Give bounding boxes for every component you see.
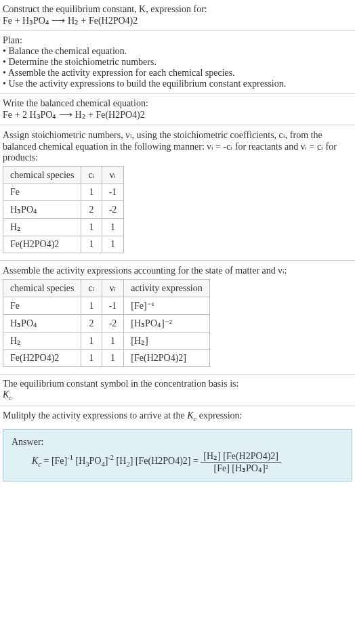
cell-species: Fe(H2PO4)2 [3,350,81,367]
cell-vi: -1 [102,184,124,201]
plan-item: • Use the activity expressions to build … [3,79,352,89]
fraction-numerator: [H₂] [Fe(H2PO4)2] [201,450,281,463]
plan-section: Plan: • Balance the chemical equation. •… [0,31,355,94]
cell-activity: [H₃PO₄]⁻² [124,315,209,332]
cell-ci: 1 [81,332,102,350]
symbol-value: Kc [3,389,352,402]
cell-ci: 1 [81,219,102,236]
cell-vi: -1 [102,297,124,315]
cell-species: H₃PO₄ [3,315,81,332]
table-row: H₃PO₄ 2 -2 [3,201,124,219]
stoich-heading: Assign stoichiometric numbers, νᵢ, using… [3,129,352,163]
table-row: Fe 1 -1 [3,184,124,201]
cell-activity: [Fe(H2PO4)2] [124,350,209,367]
cell-vi: -2 [102,315,124,332]
answer-box: Answer: Kc = [Fe]-1 [H3PO4]-2 [H2] [Fe(H… [3,429,352,481]
multiply-section: Mulitply the activity expressions to arr… [0,406,355,427]
activity-table: chemical species cᵢ νᵢ activity expressi… [3,279,210,367]
activity-section: Assemble the activity expressions accoun… [0,261,355,374]
plan-item: • Assemble the activity expression for e… [3,68,352,79]
kc-symbol: Kc [32,456,41,466]
cell-vi: 1 [102,332,124,350]
symbol-heading: The equilibrium constant symbol in the c… [3,379,352,389]
cell-activity: [Fe]⁻¹ [124,297,209,315]
intro-equation: Fe + H₃PO₄ ⟶ H₂ + Fe(H2PO4)2 [3,15,352,26]
col-ci: cᵢ [81,280,102,297]
cell-species: Fe(H2PO4)2 [3,236,81,253]
cell-ci: 1 [81,350,102,367]
cell-species: Fe [3,297,81,315]
cell-ci: 2 [81,201,102,219]
col-species: chemical species [3,280,81,297]
stoich-table: chemical species cᵢ νᵢ Fe 1 -1 H₃PO₄ 2 -… [3,166,124,253]
cell-species: H₂ [3,219,81,236]
table-row: H₂ 1 1 [3,219,124,236]
col-species: chemical species [3,167,81,184]
table-row: Fe 1 -1 [Fe]⁻¹ [3,297,210,315]
cell-ci: 1 [81,297,102,315]
col-ci: cᵢ [81,167,102,184]
balanced-equation: Fe + 2 H₃PO₄ ⟶ H₂ + Fe(H2PO4)2 [3,109,352,121]
answer-fraction: [H₂] [Fe(H2PO4)2] [Fe] [H₃PO₄]² [201,450,281,474]
cell-ci: 2 [81,315,102,332]
intro-line: Construct the equilibrium constant, K, e… [3,4,352,15]
cell-species: H₃PO₄ [3,201,81,219]
plan-heading: Plan: [3,35,352,46]
cell-ci: 1 [81,236,102,253]
answer-expression: Kc = [Fe]-1 [H3PO4]-2 [H2] [Fe(H2PO4)2] … [12,448,343,474]
equals-sign: = [Fe]-1 [H3PO4]-2 [H2] [Fe(H2PO4)2] = [44,456,201,466]
plan-item-text: Use the activity expressions to build th… [8,79,286,89]
table-row: H₂ 1 1 [H₂] [3,332,210,350]
activity-heading: Assemble the activity expressions accoun… [3,265,352,276]
col-vi: νᵢ [102,167,124,184]
balanced-heading: Write the balanced chemical equation: [3,98,352,109]
plan-item: • Balance the chemical equation. [3,46,352,57]
table-header-row: chemical species cᵢ νᵢ [3,167,124,184]
cell-vi: 1 [102,350,124,367]
intro-text: Construct the equilibrium constant, K, e… [3,4,207,14]
plan-item-text: Balance the chemical equation. [8,46,127,56]
answer-label: Answer: [12,437,343,448]
col-vi: νᵢ [102,280,124,297]
intro-section: Construct the equilibrium constant, K, e… [0,0,355,31]
fraction-denominator: [Fe] [H₃PO₄]² [201,463,281,474]
col-activity: activity expression [124,280,209,297]
cell-ci: 1 [81,184,102,201]
cell-vi: 1 [102,236,124,253]
plan-item-text: Determine the stoichiometric numbers. [8,57,156,67]
multiply-heading: Mulitply the activity expressions to arr… [3,410,352,423]
cell-activity: [H₂] [124,332,209,350]
table-header-row: chemical species cᵢ νᵢ activity expressi… [3,280,210,297]
balanced-section: Write the balanced chemical equation: Fe… [0,94,355,125]
stoich-section: Assign stoichiometric numbers, νᵢ, using… [0,125,355,261]
table-row: H₃PO₄ 2 -2 [H₃PO₄]⁻² [3,315,210,332]
table-row: Fe(H2PO4)2 1 1 [Fe(H2PO4)2] [3,350,210,367]
symbol-section: The equilibrium constant symbol in the c… [0,374,355,406]
plan-item: • Determine the stoichiometric numbers. [3,57,352,68]
plan-item-text: Assemble the activity expression for eac… [8,68,235,78]
cell-vi: -2 [102,201,124,219]
cell-vi: 1 [102,219,124,236]
table-row: Fe(H2PO4)2 1 1 [3,236,124,253]
cell-species: H₂ [3,332,81,350]
cell-species: Fe [3,184,81,201]
